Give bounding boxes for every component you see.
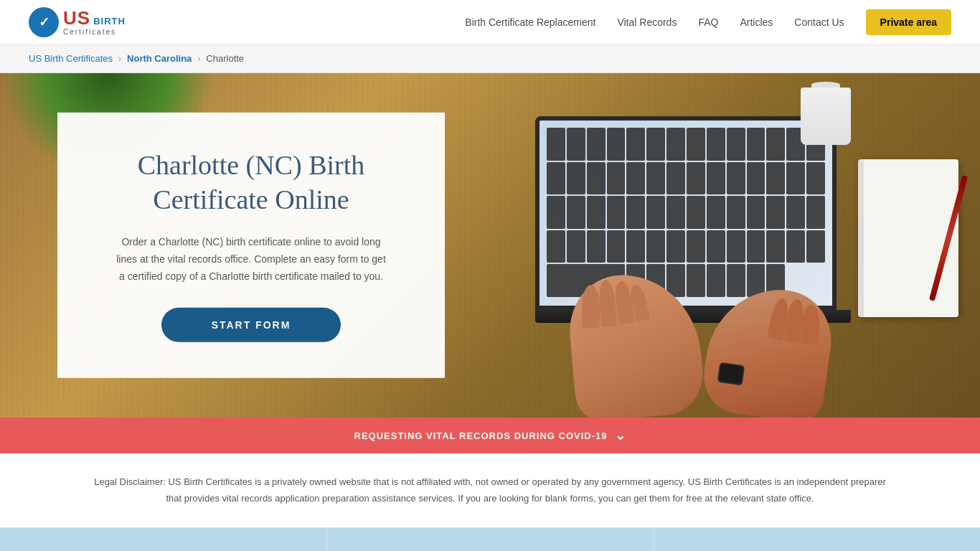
hero-card: Charlotte (NC) Birth Certificate Online … <box>57 113 445 378</box>
breadcrumb-separator-1: › <box>118 54 121 64</box>
bottom-col-apply: Apply for your Birth Certificate <box>0 528 327 551</box>
start-form-button[interactable]: START FORM <box>161 308 341 342</box>
private-area-button[interactable]: Private area <box>866 9 951 35</box>
bottom-col-expert: Expert review and quick turnaround <box>327 528 654 551</box>
logo-text: US BIRTH Certificates <box>63 8 126 37</box>
nav-faq[interactable]: FAQ <box>698 17 718 28</box>
bottom-col-get: Get your Birth Certificate <box>654 528 980 551</box>
breadcrumb-current: Charlotte <box>206 53 244 64</box>
breadcrumb: US Birth Certificates › North Carolina ›… <box>0 44 980 73</box>
breadcrumb-home[interactable]: US Birth Certificates <box>29 53 113 64</box>
chevron-down-icon: ⌄ <box>615 428 626 443</box>
breadcrumb-state[interactable]: North Carolina <box>127 53 192 64</box>
hero-description: Order a Charlotte (NC) birth certificate… <box>115 234 387 285</box>
logo-certificates: Certificates <box>63 28 126 36</box>
main-nav: Birth Certificate Replacement Vital Reco… <box>465 9 951 35</box>
breadcrumb-separator-2: › <box>197 54 200 64</box>
nav-contact-us[interactable]: Contact Us <box>794 17 844 28</box>
logo-icon: ✓ <box>29 7 59 37</box>
checkmark-icon: ✓ <box>39 14 50 30</box>
bottom-features-section: Apply for your Birth Certificate Expert … <box>0 528 980 551</box>
hero-hands-area <box>514 260 872 418</box>
hero-notebook <box>858 159 958 317</box>
disclaimer-text: Legal Disclaimer: US Birth Certificates … <box>86 474 894 507</box>
covid-text: REQUESTING VITAL RECORDS DURING COVID-19 <box>354 430 608 441</box>
hero-title: Charlotte (NC) Birth Certificate Online <box>90 149 413 217</box>
disclaimer-section: Legal Disclaimer: US Birth Certificates … <box>0 453 980 528</box>
nav-vital-records[interactable]: Vital Records <box>617 17 677 28</box>
logo[interactable]: ✓ US BIRTH Certificates <box>29 7 126 37</box>
hero-section: Charlotte (NC) Birth Certificate Online … <box>0 73 980 418</box>
hero-coffee-cup <box>801 88 851 145</box>
site-header: ✓ US BIRTH Certificates Birth Certificat… <box>0 0 980 44</box>
nav-birth-certificate[interactable]: Birth Certificate Replacement <box>465 17 595 28</box>
logo-birth: BIRTH <box>93 17 126 27</box>
logo-us: US <box>63 8 90 29</box>
nav-articles[interactable]: Articles <box>740 17 773 28</box>
covid-banner[interactable]: REQUESTING VITAL RECORDS DURING COVID-19… <box>0 418 980 453</box>
